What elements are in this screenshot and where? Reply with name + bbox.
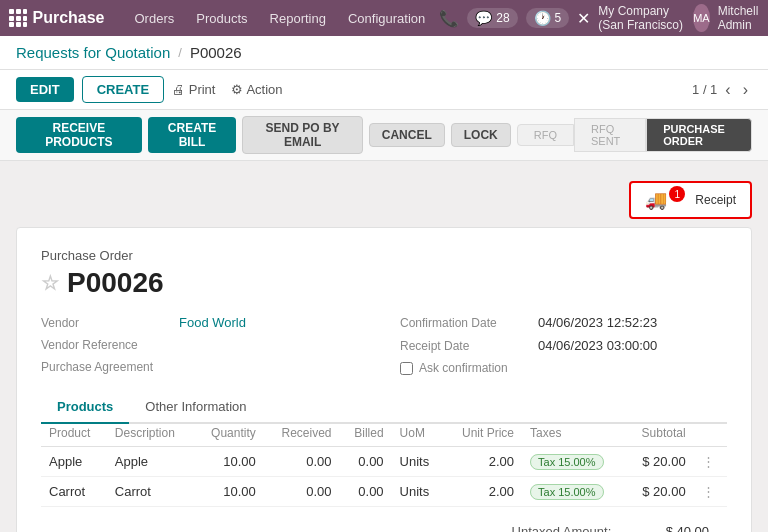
- receipt-widget-container: 🚚 1 Receipt: [16, 177, 752, 227]
- totals-section: Untaxed Amount: $ 40.00 Taxes: $ 6.00 To…: [41, 507, 727, 532]
- untaxed-amount-value: $ 40.00: [621, 521, 717, 532]
- ask-confirmation-checkbox[interactable]: [400, 362, 413, 375]
- svg-rect-3: [9, 16, 14, 21]
- svg-rect-0: [9, 9, 14, 14]
- activity-count: 5: [555, 11, 562, 25]
- activity-badge[interactable]: 🕐 5: [526, 8, 570, 28]
- form-card: Purchase Order ☆ P00026 Vendor Food Worl…: [16, 227, 752, 532]
- lock-button[interactable]: LOCK: [451, 123, 511, 147]
- status-purchase-order: PURCHASE ORDER: [646, 118, 752, 152]
- tabs-bar: Products Other Information: [41, 391, 727, 424]
- chat-count: 28: [496, 11, 509, 25]
- next-page-button[interactable]: ›: [739, 79, 752, 101]
- table-row[interactable]: Apple Apple 10.00 0.00 0.00 Units 2.00 T…: [41, 447, 727, 477]
- ask-confirmation-label: Ask confirmation: [419, 361, 549, 375]
- nav-menu: Orders Products Reporting Configuration: [125, 7, 436, 30]
- breadcrumb-parent[interactable]: Requests for Quotation: [16, 44, 170, 61]
- receipt-label: Receipt: [695, 193, 736, 207]
- doc-type-label: Purchase Order: [41, 248, 727, 263]
- col-up-h: Unit Price: [444, 424, 522, 447]
- cell-uom: Units: [392, 477, 444, 507]
- svg-rect-8: [23, 22, 27, 27]
- workflow-status-steps: RFQ RFQ SENT PURCHASE ORDER: [517, 118, 752, 152]
- vendor-ref-label: Vendor Reference: [41, 338, 171, 352]
- order-number: P00026: [67, 267, 164, 299]
- nav-orders[interactable]: Orders: [125, 7, 185, 30]
- vendor-field-row: Vendor Food World: [41, 315, 368, 330]
- page-info: 1 / 1: [692, 82, 717, 97]
- svg-rect-4: [16, 16, 21, 21]
- breadcrumb: Requests for Quotation / P00026: [0, 36, 768, 70]
- col-qty-h: Quantity: [194, 424, 264, 447]
- vendor-value[interactable]: Food World: [179, 315, 246, 330]
- cell-description: Apple: [107, 447, 194, 477]
- workflow-bar: RECEIVE PRODUCTS CREATE BILL SEND PO BY …: [0, 110, 768, 161]
- content-area: 🚚 1 Receipt Purchase Order ☆ P00026 Vend…: [0, 161, 768, 532]
- receipt-button[interactable]: 🚚 1 Receipt: [629, 181, 752, 219]
- app-grid-icon[interactable]: [8, 4, 28, 32]
- table-header: Product Description Quantity Received Bi…: [41, 424, 727, 447]
- cell-received: 0.00: [264, 447, 340, 477]
- create-button[interactable]: CREATE: [82, 76, 164, 103]
- cell-menu[interactable]: ⋮: [694, 477, 727, 507]
- cancel-button[interactable]: CANCEL: [369, 123, 445, 147]
- purchase-agreement-label: Purchase Agreement: [41, 360, 171, 374]
- user-name: Mitchell Admin: [718, 4, 760, 32]
- ask-confirmation-field-row: Ask confirmation: [400, 361, 727, 375]
- cell-menu[interactable]: ⋮: [694, 447, 727, 477]
- cell-unit-price: 2.00: [444, 447, 522, 477]
- col-tax-h: Taxes: [522, 424, 625, 447]
- cell-billed: 0.00: [340, 447, 392, 477]
- vendor-ref-field-row: Vendor Reference: [41, 338, 368, 352]
- company-name: My Company (San Francisco): [598, 4, 685, 32]
- prev-page-button[interactable]: ‹: [721, 79, 734, 101]
- nav-reporting[interactable]: Reporting: [260, 7, 336, 30]
- order-number-row: ☆ P00026: [41, 267, 727, 299]
- receive-products-button[interactable]: RECEIVE PRODUCTS: [16, 117, 142, 153]
- phone-icon[interactable]: 📞: [439, 9, 459, 28]
- receipt-count: 1: [669, 186, 685, 202]
- cell-subtotal: $ 20.00: [625, 477, 694, 507]
- receipt-date-value: 04/06/2023 03:00:00: [538, 338, 657, 353]
- table-row[interactable]: Carrot Carrot 10.00 0.00 0.00 Units 2.00…: [41, 477, 727, 507]
- nav-configuration[interactable]: Configuration: [338, 7, 435, 30]
- action-bar: EDIT CREATE 🖨 Print ⚙ Action 1 / 1 ‹ ›: [0, 70, 768, 110]
- tab-other-information[interactable]: Other Information: [129, 391, 262, 424]
- tab-products[interactable]: Products: [41, 391, 129, 424]
- col-bld-h: Billed: [340, 424, 392, 447]
- top-navigation: Purchase Orders Products Reporting Confi…: [0, 0, 768, 36]
- col-rcv-h: Received: [264, 424, 340, 447]
- nav-products[interactable]: Products: [186, 7, 257, 30]
- create-bill-button[interactable]: CREATE BILL: [148, 117, 237, 153]
- cell-billed: 0.00: [340, 477, 392, 507]
- chat-badge[interactable]: 💬 28: [467, 8, 517, 28]
- cell-received: 0.00: [264, 477, 340, 507]
- send-po-email-button[interactable]: SEND PO BY EMAIL: [242, 116, 362, 154]
- close-icon[interactable]: ✕: [577, 9, 590, 28]
- truck-icon: 🚚: [645, 189, 667, 211]
- receipt-date-label: Receipt Date: [400, 339, 530, 353]
- vendor-label: Vendor: [41, 316, 171, 330]
- cell-quantity: 10.00: [194, 447, 264, 477]
- cell-product: Carrot: [41, 477, 107, 507]
- breadcrumb-current: P00026: [190, 44, 242, 61]
- form-right-col: Confirmation Date 04/06/2023 12:52:23 Re…: [400, 315, 727, 375]
- form-left-col: Vendor Food World Vendor Reference Purch…: [41, 315, 368, 375]
- edit-button[interactable]: EDIT: [16, 77, 74, 102]
- brand-name: Purchase: [32, 9, 104, 27]
- action-button[interactable]: ⚙ Action: [231, 82, 282, 97]
- cell-taxes: Tax 15.00%: [522, 477, 625, 507]
- status-rfq: RFQ: [517, 124, 574, 146]
- col-sub-h: Subtotal: [625, 424, 694, 447]
- confirmation-date-value: 04/06/2023 12:52:23: [538, 315, 657, 330]
- user-avatar[interactable]: MA: [693, 4, 710, 32]
- print-action-group: 🖨 Print ⚙ Action: [172, 82, 282, 97]
- tax-badge: Tax 15.00%: [530, 484, 603, 500]
- cell-taxes: Tax 15.00%: [522, 447, 625, 477]
- breadcrumb-separator: /: [178, 45, 182, 60]
- favorite-star-icon[interactable]: ☆: [41, 271, 59, 295]
- nav-right: 📞 💬 28 🕐 5 ✕ My Company (San Francisco) …: [439, 4, 760, 32]
- print-button[interactable]: 🖨 Print: [172, 82, 215, 97]
- col-product-h: Product: [41, 424, 107, 447]
- cell-uom: Units: [392, 447, 444, 477]
